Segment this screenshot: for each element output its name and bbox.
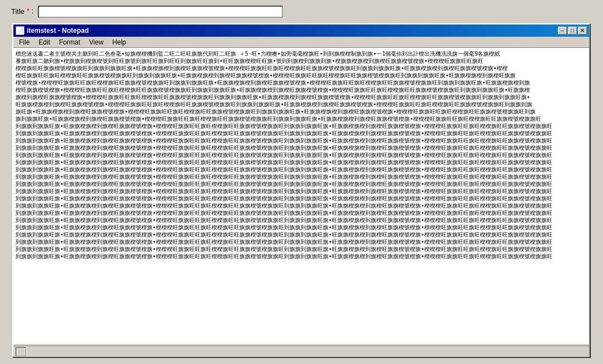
maximize-button[interactable]: □ — [568, 27, 577, 35]
menu-edit[interactable]: Edit — [34, 37, 55, 47]
notepad-window: 📄 itemstest - Notepad ─ □ ✕ File Edit Fo… — [12, 23, 590, 357]
menu-format[interactable]: Format — [55, 37, 85, 47]
status-section — [16, 347, 26, 356]
menu-file[interactable]: File — [14, 37, 34, 47]
menu-bar: File Edit Format View Help — [13, 37, 589, 48]
title-bar-buttons: ─ □ ✕ — [558, 27, 587, 35]
window-title: itemstest - Notepad — [27, 27, 89, 35]
title-label: Title — [11, 7, 24, 16]
notepad-text-area[interactable] — [13, 48, 589, 344]
menu-view[interactable]: View — [85, 37, 108, 47]
title-colon: : — [32, 7, 33, 15]
title-required: * — [27, 7, 30, 15]
notepad-window-icon: 📄 — [16, 26, 24, 35]
title-bar: 📄 itemstest - Notepad ─ □ ✕ — [13, 24, 589, 37]
title-bar-left: 📄 itemstest - Notepad — [16, 26, 89, 35]
menu-help[interactable]: Help — [108, 37, 131, 47]
status-bar — [13, 346, 589, 357]
title-input[interactable] — [38, 6, 283, 18]
close-button[interactable]: ✕ — [578, 27, 587, 35]
minimize-button[interactable]: ─ — [558, 27, 567, 35]
